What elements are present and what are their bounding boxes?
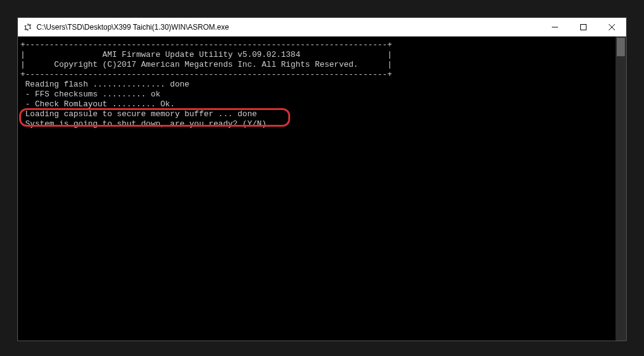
console-window: C:\Users\TSD\Desktop\X399 Taichi(1.30)WI… [17, 17, 627, 341]
titlebar: C:\Users\TSD\Desktop\X399 Taichi(1.30)WI… [18, 18, 626, 36]
console-output: +---------------------------------------… [18, 36, 626, 133]
maximize-button[interactable] [569, 18, 598, 36]
vertical-scrollbar[interactable] [616, 36, 626, 341]
scrollbar-thumb[interactable] [617, 38, 625, 56]
close-button[interactable] [598, 18, 626, 36]
window-controls [541, 18, 626, 36]
console-area[interactable]: +---------------------------------------… [18, 36, 626, 341]
svg-rect-1 [581, 25, 586, 30]
gear-icon [23, 22, 33, 32]
minimize-button[interactable] [541, 18, 569, 36]
window-title: C:\Users\TSD\Desktop\X399 Taichi(1.30)WI… [36, 23, 541, 32]
